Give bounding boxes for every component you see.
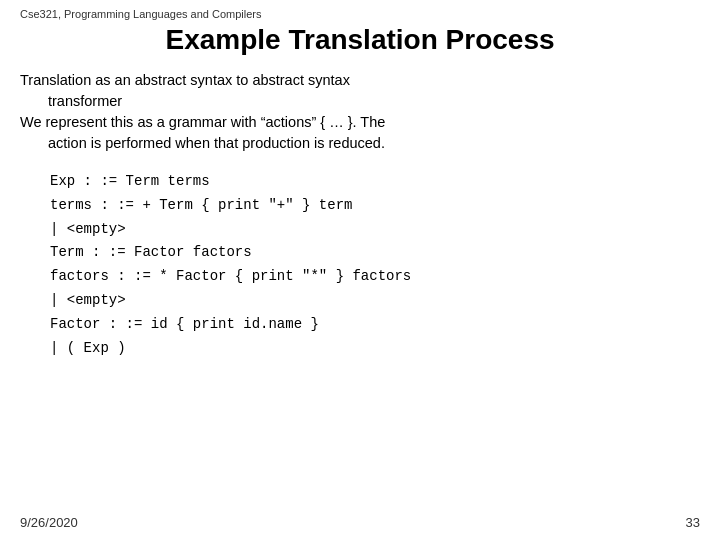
para1-line1: Translation as an abstract syntax to abs…	[20, 72, 350, 88]
grammar-line-4: Term : := Factor factors	[50, 241, 700, 265]
grammar-line-3: | <empty>	[50, 218, 700, 242]
para1-line2: transformer	[20, 91, 700, 112]
footer: 9/26/2020 33	[20, 515, 700, 530]
grammar-line-5: factors : := * Factor { print "*" } fact…	[50, 265, 700, 289]
footer-page-number: 33	[686, 515, 700, 530]
grammar-line-8: | ( Exp )	[50, 337, 700, 361]
para2-line2: action is performed when that production…	[20, 133, 700, 154]
body-paragraph-1: Translation as an abstract syntax to abs…	[20, 70, 700, 154]
grammar-line-1: Exp : := Term terms	[50, 170, 700, 194]
grammar-line-7: Factor : := id { print id.name }	[50, 313, 700, 337]
grammar-block: Exp : := Term terms terms : := + Term { …	[20, 170, 700, 360]
page-title: Example Translation Process	[20, 24, 700, 56]
course-label: Cse321, Programming Languages and Compil…	[20, 8, 700, 20]
para2-line1: We represent this as a grammar with “act…	[20, 114, 385, 130]
page-container: Cse321, Programming Languages and Compil…	[0, 0, 720, 540]
footer-date: 9/26/2020	[20, 515, 78, 530]
grammar-line-6: | <empty>	[50, 289, 700, 313]
grammar-line-2: terms : := + Term { print "+" } term	[50, 194, 700, 218]
